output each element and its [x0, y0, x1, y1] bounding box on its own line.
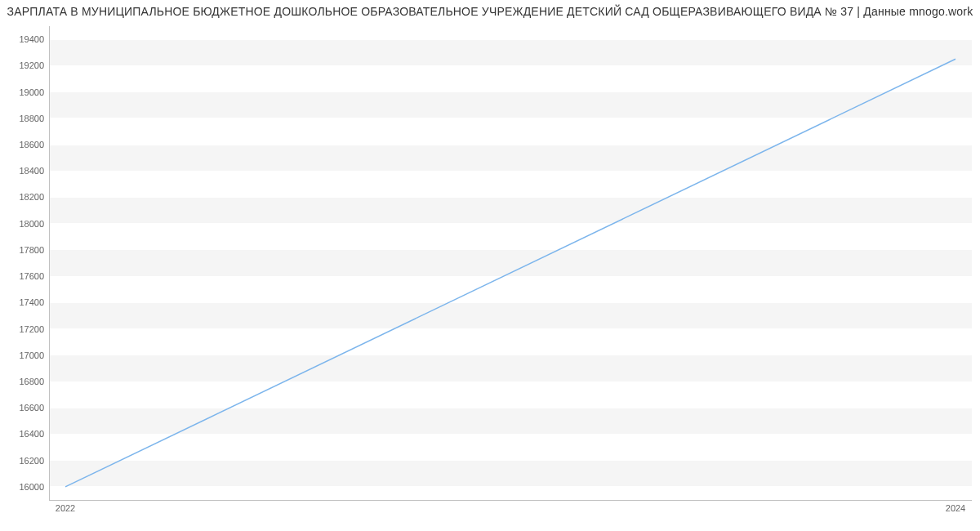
svg-rect-1 — [49, 408, 972, 434]
x-tick-label: 2024 — [946, 503, 965, 513]
y-tick-label: 18200 — [3, 192, 44, 202]
y-tick-label: 16400 — [3, 429, 44, 439]
svg-rect-7 — [49, 92, 972, 118]
y-tick-label: 16600 — [3, 403, 44, 413]
y-tick-label: 17800 — [3, 245, 44, 255]
svg-rect-2 — [49, 355, 972, 382]
plot-area — [49, 26, 972, 500]
x-tick-label: 2022 — [56, 503, 75, 513]
y-tick-label: 16200 — [3, 456, 44, 466]
y-tick-label: 16000 — [3, 482, 44, 492]
y-tick-label: 17000 — [3, 350, 44, 360]
y-tick-label: 17400 — [3, 297, 44, 307]
y-tick-label: 18600 — [3, 140, 44, 149]
y-tick-label: 17600 — [3, 271, 44, 281]
chart-svg — [49, 26, 972, 500]
svg-rect-5 — [49, 197, 972, 223]
y-tick-label: 18400 — [3, 166, 44, 176]
svg-rect-8 — [49, 39, 972, 65]
y-tick-label: 17200 — [3, 324, 44, 334]
svg-rect-6 — [49, 145, 972, 171]
y-tick-label: 18000 — [3, 219, 44, 229]
svg-rect-0 — [49, 461, 972, 487]
y-tick-label: 19000 — [3, 87, 44, 97]
chart-title: ЗАРПЛАТА В МУНИЦИПАЛЬНОЕ БЮДЖЕТНОЕ ДОШКО… — [0, 5, 980, 18]
y-tick-label: 19400 — [3, 34, 44, 44]
y-tick-label: 18800 — [3, 114, 44, 123]
y-tick-label: 16800 — [3, 377, 44, 386]
svg-rect-3 — [49, 302, 972, 328]
y-tick-label: 19200 — [3, 60, 44, 70]
